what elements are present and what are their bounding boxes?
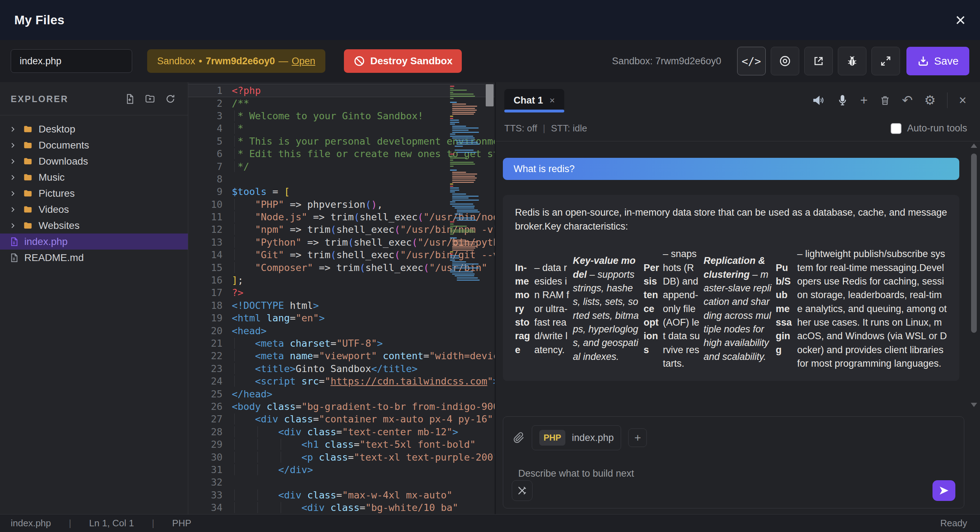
line-number: 23 bbox=[188, 363, 223, 374]
code-line-6[interactable]: 6 * Edit this file or create new ones to… bbox=[188, 148, 495, 160]
chat-scrollbar-thumb[interactable] bbox=[971, 154, 977, 333]
chevron-right-icon bbox=[9, 205, 17, 214]
tools-button[interactable] bbox=[512, 480, 533, 501]
line-number: 10 bbox=[188, 199, 223, 210]
code-line-30[interactable]: 30 <p class="text-xl text-purple-200" bbox=[188, 451, 495, 463]
code-line-19[interactable]: 19<html lang="en"> bbox=[188, 312, 495, 324]
code-line-14[interactable]: 14 "Git" => trim(shell_exec("/usr/bin/gi… bbox=[188, 248, 495, 261]
auto-run-checkbox[interactable] bbox=[891, 123, 901, 134]
save-button[interactable]: Save bbox=[907, 47, 969, 75]
code-line-8[interactable]: 8 bbox=[188, 173, 495, 185]
file-tree: DesktopDocumentsDownloadsMusicPicturesVi… bbox=[0, 115, 188, 266]
chat-scrollbar[interactable] bbox=[971, 143, 977, 407]
line-number: 34 bbox=[188, 502, 223, 513]
code-line-15[interactable]: 15 "Composer" => trim(shell_exec("/usr/b… bbox=[188, 261, 495, 273]
code-line-18[interactable]: 18<!DOCTYPE html> bbox=[188, 299, 495, 312]
no-entry-icon bbox=[353, 55, 365, 67]
minimap[interactable] bbox=[450, 86, 484, 281]
sidebar-item-videos[interactable]: Videos bbox=[0, 202, 188, 218]
code-line-10[interactable]: 10 "PHP" => phpversion(), bbox=[188, 198, 495, 211]
chevron-right-icon bbox=[9, 221, 17, 230]
code-line-16[interactable]: 16]; bbox=[188, 274, 495, 286]
sandbox-badge: Sandbox • 7rwm9d2e6oy0 — Open bbox=[147, 49, 325, 73]
code-line-23[interactable]: 23 <title>Ginto Sandbox</title> bbox=[188, 362, 495, 375]
sidebar-item-websites[interactable]: Websites bbox=[0, 218, 188, 233]
tts-speaker-icon[interactable] bbox=[812, 94, 825, 107]
line-number: 20 bbox=[188, 325, 223, 336]
message-input[interactable]: Describe what to build next bbox=[518, 468, 954, 479]
sidebar-item-readme.md[interactable]: README.md bbox=[0, 249, 188, 266]
new-file-button[interactable] bbox=[124, 94, 135, 104]
editor-scrollbar[interactable] bbox=[485, 82, 495, 514]
sidebar-item-desktop[interactable]: Desktop bbox=[0, 121, 188, 137]
microphone-icon[interactable] bbox=[837, 94, 849, 107]
code-lines: 1<?php2/**3 * Welcome to your Ginto Sand… bbox=[188, 84, 495, 514]
tab-chat-1[interactable]: Chat 1 × bbox=[504, 89, 564, 112]
code-line-4[interactable]: 4 * bbox=[188, 122, 495, 135]
refresh-button[interactable] bbox=[165, 94, 176, 104]
line-number: 9 bbox=[188, 186, 223, 197]
fullscreen-button[interactable] bbox=[872, 47, 900, 75]
code-line-27[interactable]: 27 <div class="container mx-auto px-4 py… bbox=[188, 413, 495, 425]
code-line-20[interactable]: 20<head> bbox=[188, 324, 495, 337]
code-line-1[interactable]: 1<?php bbox=[188, 84, 495, 97]
assistant-message-card: Redis is an open-source, in-memory data … bbox=[503, 195, 959, 381]
send-button[interactable] bbox=[932, 480, 955, 501]
close-icon[interactable]: × bbox=[955, 11, 966, 29]
trash-icon[interactable] bbox=[879, 94, 891, 106]
chat-messages: What is redis? Redis is an open-source, … bbox=[496, 141, 980, 410]
code-line-12[interactable]: 12 "npm" => trim(shell_exec("/usr/bin/np… bbox=[188, 223, 495, 236]
code-line-32[interactable]: 32 bbox=[188, 476, 495, 488]
code-line-22[interactable]: 22 <meta name="viewport" content="width=… bbox=[188, 349, 495, 362]
attachment-chip[interactable]: PHP index.php bbox=[532, 425, 621, 450]
code-view-button[interactable]: </> bbox=[737, 47, 766, 75]
code-line-3[interactable]: 3 * Welcome to your Ginto Sandbox! bbox=[188, 110, 495, 122]
code-line-33[interactable]: 33 <div class="max-w-4xl mx-auto" bbox=[188, 489, 495, 501]
code-line-31[interactable]: 31 </div> bbox=[188, 464, 495, 476]
filename-input[interactable] bbox=[11, 49, 132, 73]
code-line-25[interactable]: 25</head> bbox=[188, 387, 495, 400]
undo-icon[interactable]: ↶ bbox=[902, 94, 913, 107]
add-attachment-button[interactable]: + bbox=[628, 429, 647, 447]
code-line-21[interactable]: 21 <meta charset="UTF-8"> bbox=[188, 337, 495, 349]
save-icon bbox=[917, 55, 929, 67]
answer-table: In-memory storage– data resides in RAM f… bbox=[515, 247, 947, 370]
line-number: 18 bbox=[188, 300, 223, 311]
external-link-icon bbox=[813, 55, 825, 67]
line-number: 4 bbox=[188, 123, 223, 134]
sidebar-item-downloads[interactable]: Downloads bbox=[0, 153, 188, 169]
auto-run-label: Auto-run tools bbox=[907, 123, 967, 134]
code-line-17[interactable]: 17?> bbox=[188, 286, 495, 299]
code-line-13[interactable]: 13 "Python" => trim(shell_exec("/usr/bin… bbox=[188, 236, 495, 248]
preview-button[interactable] bbox=[771, 47, 799, 75]
sidebar-item-music[interactable]: Music bbox=[0, 169, 188, 185]
folder-icon bbox=[22, 221, 33, 231]
toolbar: Sandbox • 7rwm9d2e6oy0 — Open Destroy Sa… bbox=[0, 40, 980, 82]
scroll-down-arrow-icon[interactable] bbox=[971, 403, 977, 407]
code-line-24[interactable]: 24 <script src="https://cdn.tailwindcss.… bbox=[188, 375, 495, 387]
new-chat-icon[interactable]: + bbox=[860, 94, 867, 107]
scroll-up-arrow-icon[interactable] bbox=[971, 143, 977, 148]
tab-close-icon[interactable]: × bbox=[550, 95, 555, 106]
settings-gear-icon[interactable]: ⚙ bbox=[924, 94, 936, 107]
code-line-34[interactable]: 34 <div class="bg-white/10 ba" bbox=[188, 501, 495, 514]
code-line-2[interactable]: 2/** bbox=[188, 97, 495, 109]
sidebar-item-index.php[interactable]: index.php bbox=[0, 233, 188, 249]
code-line-11[interactable]: 11 "Node.js" => trim(shell_exec("/usr/bi… bbox=[188, 211, 495, 223]
code-line-5[interactable]: 5 * This is your personal development en… bbox=[188, 135, 495, 148]
sandbox-open-link[interactable]: Open bbox=[292, 56, 315, 67]
new-folder-button[interactable] bbox=[144, 94, 156, 104]
chat-close-icon[interactable]: × bbox=[959, 94, 966, 107]
code-line-29[interactable]: 29 <h1 class="text-5xl font-bold" bbox=[188, 438, 495, 451]
sidebar-item-pictures[interactable]: Pictures bbox=[0, 185, 188, 202]
sidebar-item-documents[interactable]: Documents bbox=[0, 137, 188, 153]
code-line-26[interactable]: 26<body class="bg-gradient-to-br from-in… bbox=[188, 400, 495, 413]
code-line-7[interactable]: 7 */ bbox=[188, 160, 495, 173]
code-line-9[interactable]: 9$tools = [ bbox=[188, 185, 495, 198]
code-editor[interactable]: 1<?php2/**3 * Welcome to your Ginto Sand… bbox=[188, 82, 495, 514]
code-line-28[interactable]: 28 <div class="text-center mb-12"> bbox=[188, 426, 495, 438]
debug-button[interactable] bbox=[838, 47, 866, 75]
editor-scrollbar-thumb[interactable] bbox=[486, 84, 493, 106]
open-external-button[interactable] bbox=[804, 47, 833, 75]
destroy-sandbox-button[interactable]: Destroy Sandbox bbox=[344, 49, 462, 73]
